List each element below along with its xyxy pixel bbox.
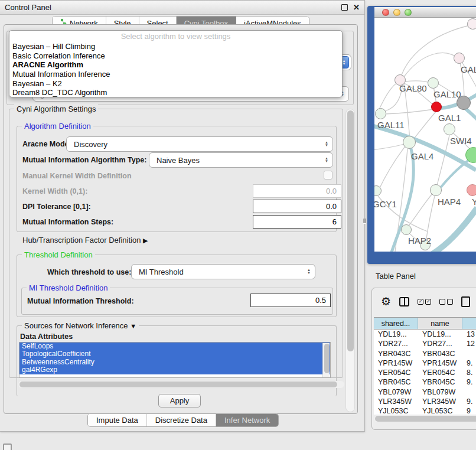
dock-panel-icon[interactable]: [3, 444, 12, 450]
apply-button[interactable]: Apply: [158, 394, 201, 407]
close-icon[interactable]: ✕: [353, 4, 360, 11]
mi-threshold-field[interactable]: [250, 294, 331, 307]
document-icon[interactable]: [461, 296, 470, 307]
table-horizontal-scrollbar[interactable]: [374, 415, 476, 422]
threshold-definition-title: Threshold Definition: [22, 250, 95, 259]
network-view-titlebar: [374, 7, 476, 18]
list-item[interactable]: gal4RGexp: [19, 366, 330, 374]
panel-splitter-handle[interactable]: [363, 219, 366, 223]
column-header-shared-name[interactable]: shared...: [374, 318, 418, 329]
float-window-icon[interactable]: [341, 4, 348, 11]
sources-group-title[interactable]: Sources for Network Inference ▼: [22, 321, 139, 330]
node-label: HAP2: [408, 236, 431, 246]
control-panel-titlebar: Control Panel ✕: [0, 1, 364, 15]
list-item[interactable]: TopologicalCoefficient: [19, 350, 330, 358]
table-row[interactable]: YBL079WYBL079W: [374, 387, 476, 397]
mi-algorithm-type-label: Mutual Information Algorithm Type:: [22, 156, 146, 164]
expander-right-icon: ▶: [143, 237, 148, 244]
table-panel-title: Table Panel: [376, 272, 416, 281]
table-row[interactable]: YBR043CYBR043C: [374, 349, 476, 358]
hub-definition-expander[interactable]: Hub/Transcription Factor Definition ▶: [22, 236, 148, 244]
data-attributes-list: SelfLoops TopologicalCoefficient Between…: [19, 342, 331, 378]
algorithm-option[interactable]: Dream8 DC_TDC Algorithm: [9, 88, 342, 97]
node-label: GCY1: [374, 199, 397, 209]
columns-icon[interactable]: [399, 297, 409, 306]
close-traffic-light-icon[interactable]: [382, 9, 389, 16]
cyni-toolbox-panel: ▲▼ gal filtered sif default node ▲▼ Sele…: [4, 24, 358, 414]
aracne-mode-label: Aracne Mode:: [22, 140, 71, 148]
node-gal-pink[interactable]: [454, 53, 465, 64]
node-label: GAL: [461, 64, 476, 74]
table-row[interactable]: YER054CYER054C8.: [374, 368, 476, 377]
algorithm-option[interactable]: Bayesian – K2: [9, 79, 342, 89]
tab-impute-data[interactable]: Impute Data: [88, 414, 147, 426]
deselect-all-checkboxes-icon[interactable]: [439, 299, 453, 305]
gear-icon[interactable]: ⚙: [381, 296, 391, 308]
node-gal10[interactable]: [428, 77, 439, 89]
node-label: GAL4: [411, 151, 433, 161]
node-label: Y: [472, 197, 476, 207]
table-header-row: shared... name A: [374, 317, 476, 330]
select-all-checkboxes-icon[interactable]: ✓✓: [418, 299, 431, 305]
cyni-bottom-tabbar: Impute Data Discretize Data Infer Networ…: [87, 413, 279, 427]
minimize-traffic-light-icon[interactable]: [393, 9, 400, 16]
mi-steps-field[interactable]: [253, 215, 341, 229]
node-hap2[interactable]: [401, 224, 412, 235]
node-gal1-red[interactable]: [431, 102, 442, 112]
node-hap4[interactable]: [430, 184, 442, 196]
algorithm-definition-title: Algorithm Definition: [22, 122, 93, 131]
list-item[interactable]: BetweennessCentrality: [19, 358, 330, 366]
dropdown-placeholder: Select algorithm to view settings: [9, 32, 342, 42]
node-swi4[interactable]: [444, 123, 455, 135]
mi-threshold-group-title: MI Threshold Definition: [27, 283, 110, 292]
node-partial-top[interactable]: [467, 18, 476, 30]
kernel-width-field[interactable]: [253, 184, 341, 198]
aracne-mode-combobox[interactable]: Discovery ▲▼: [66, 136, 333, 152]
algorithm-option[interactable]: Bayesian – Hill Climbing: [9, 42, 342, 51]
table-row[interactable]: YLR345WYLR345W9.: [374, 397, 476, 406]
expander-down-icon: ▼: [130, 322, 136, 330]
mi-algorithm-type-combobox[interactable]: Naive Bayes ▲▼: [149, 152, 333, 168]
combo-arrows-icon: ▲▼: [325, 141, 328, 147]
window-title: Control Panel: [5, 3, 51, 12]
data-attributes-label: Data Attributes: [20, 332, 73, 341]
node-label: SWI4: [450, 136, 472, 146]
table-row[interactable]: YDL19...YDL19...13: [374, 330, 476, 339]
which-threshold-combobox[interactable]: MI Threshold ▲▼: [131, 264, 315, 279]
algorithm-option-selected[interactable]: ARACNE Algorithm: [9, 60, 342, 70]
tab-infer-network[interactable]: Infer Network: [216, 414, 278, 426]
algorithm-option[interactable]: Basic Correlation Inference: [9, 51, 342, 61]
list-item[interactable]: SelfLoops: [19, 343, 330, 350]
network-canvas[interactable]: GAL GAL80 GAL10 GAL1 GAL11 SWI4 GAL4 GCY…: [374, 18, 476, 252]
list-scrollbar[interactable]: [322, 343, 330, 378]
cyni-algorithm-settings-group: Cyni Algorithm Settings Algorithm Defini…: [9, 109, 343, 378]
column-header-name[interactable]: name: [418, 318, 462, 329]
mi-steps-label: Mutual Information Steps:: [22, 218, 113, 226]
node-label: GAL1: [438, 113, 461, 123]
table-row[interactable]: YBR045CYBR045C9.: [374, 377, 476, 387]
table-panel: ⚙ ✓✓ shared... name A YDL19...YDL19...13…: [371, 288, 476, 430]
node-gal11[interactable]: [375, 108, 386, 119]
settings-horizontal-scrollbar[interactable]: [18, 381, 344, 388]
algorithm-option[interactable]: Mutual Information Inference: [9, 70, 342, 79]
settings-vertical-scrollbar[interactable]: [345, 109, 355, 412]
manual-kernel-width-checkbox[interactable]: [324, 171, 332, 180]
zoom-traffic-light-icon[interactable]: [405, 9, 412, 16]
node-label: HAP4: [438, 197, 461, 207]
node-gal4[interactable]: [403, 136, 416, 149]
column-header-partial[interactable]: A: [462, 318, 476, 329]
dpi-tolerance-label: DPI Tolerance [0,1]:: [22, 203, 91, 211]
dpi-tolerance-field[interactable]: [253, 200, 341, 213]
kernel-width-label: Kernel Width (0,1):: [22, 187, 87, 195]
control-panel-window: Control Panel ✕ Network Style Select Cyn…: [0, 0, 365, 432]
node-salmon[interactable]: [467, 184, 476, 196]
node-label: GAL11: [377, 120, 405, 130]
table-row[interactable]: YPR145WYPR145W9.: [374, 358, 476, 368]
table-row[interactable]: YDR27...YDR27...12: [374, 339, 476, 348]
node-label: GAL10: [433, 89, 461, 99]
table-body: YDL19...YDL19...13 YDR27...YDR27...12 YB…: [374, 330, 476, 415]
tab-discretize-data[interactable]: Discretize Data: [147, 414, 216, 426]
manual-kernel-width-label: Manual Kernel Width Definition: [22, 172, 132, 180]
network-view-window: GAL GAL80 GAL10 GAL1 GAL11 SWI4 GAL4 GCY…: [367, 6, 476, 264]
table-row[interactable]: YJL053CYJL053C9: [374, 406, 476, 415]
